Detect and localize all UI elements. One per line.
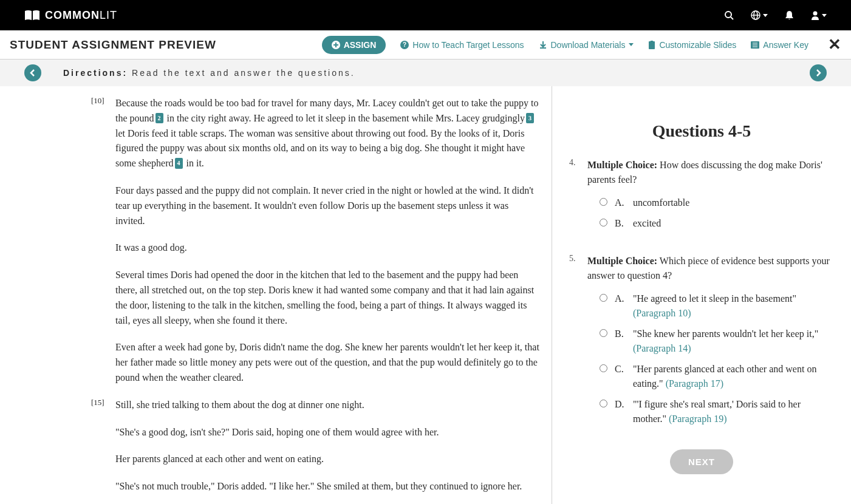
next-button[interactable] [810,64,827,81]
paragraph: It was a good dog. [115,240,539,256]
search-icon[interactable] [724,10,734,20]
questions-heading: Questions 4-5 [569,121,834,141]
radio-input[interactable] [600,329,607,337]
option[interactable]: B."She knew her parents wouldn't let her… [600,327,834,356]
paragraph-text: Her parents glanced at each other and we… [115,452,539,467]
assign-button[interactable]: ASSIGN [322,36,386,54]
paragraph-link[interactable]: (Paragraph 17) [666,378,724,389]
radio-input[interactable] [600,198,607,206]
footnote-marker[interactable]: 3 [526,113,534,124]
directions-bar: Directions: Read the text and answer the… [0,60,851,86]
paragraph: "She's a good dog, isn't she?" Doris sai… [115,425,539,440]
option[interactable]: C."Her parents glanced at each other and… [600,362,834,391]
option[interactable]: D."'I figure she's real smart,' Doris sa… [600,397,834,426]
page-title: STUDENT ASSIGNMENT PREVIEW [10,38,216,52]
close-icon[interactable]: ✕ [828,35,841,54]
paragraph-text: Four days passed and the puppy did not c… [115,183,539,228]
toolbar-right: ASSIGN ? How to Teach Target Lessons Dow… [322,35,841,54]
question-body: Multiple Choice: How does discussing the… [587,158,834,237]
plus-circle-icon [332,41,340,49]
paragraph-text: Even after a week had gone by, Doris did… [115,340,539,385]
svg-point-5 [813,11,818,15]
radio-input[interactable] [600,219,607,226]
svg-rect-11 [649,41,655,49]
question-prompt: Multiple Choice: How does discussing the… [587,158,834,187]
toolbar: STUDENT ASSIGNMENT PREVIEW ASSIGN ? How … [0,30,851,60]
option[interactable]: A.uncomfortable [600,196,834,210]
paragraph: [10] Because the roads would be too bad … [115,96,539,171]
radio-input[interactable] [600,294,607,302]
paragraph-text: Because the roads would be too bad for t… [115,96,539,171]
option[interactable]: B.excited [600,216,834,231]
customizable-slides-link[interactable]: Customizable Slides [648,40,736,50]
prev-button[interactable] [24,64,41,81]
footnote-marker[interactable]: 2 [156,113,163,124]
radio-input[interactable] [600,400,607,407]
option[interactable]: A."He agreed to let it sleep in the base… [600,291,834,321]
paragraph-number: [10] [91,96,104,106]
logo[interactable]: COMMONLIT [24,9,117,22]
download-icon [539,41,547,49]
paragraph: Four days passed and the puppy did not c… [115,183,539,228]
how-to-teach-link[interactable]: ? How to Teach Target Lessons [400,40,524,50]
paragraph: "She's not much trouble," Doris added. "… [115,479,539,494]
svg-point-0 [725,12,731,18]
paragraph: [15] Still, she tried talking to them ab… [115,398,539,413]
question: 5. Multiple Choice: Which piece of evide… [569,254,834,432]
next-questions-button[interactable]: NEXT [670,449,733,474]
paragraph-link[interactable]: (Paragraph 14) [633,343,691,353]
reading-panel: [10] Because the roads would be too bad … [0,86,552,504]
help-circle-icon: ? [400,41,409,49]
paragraph-text: "She's a good dog, isn't she?" Doris sai… [115,425,539,440]
paragraph-text: It was a good dog. [115,240,539,256]
paragraph: Even after a week had gone by, Doris did… [115,340,539,385]
paragraph-text: Still, she tried talking to them about t… [115,398,539,413]
top-nav: COMMONLIT [0,0,851,30]
clipboard-icon [648,41,655,49]
top-nav-right [724,10,827,20]
bell-icon[interactable] [785,10,794,20]
questions-panel: Questions 4-5 4. Multiple Choice: How do… [552,86,851,504]
question-number: 5. [569,254,579,432]
svg-text:?: ? [403,41,406,48]
svg-line-1 [731,17,733,19]
question-prompt: Multiple Choice: Which piece of evidence… [587,254,834,283]
language-icon[interactable] [751,10,768,20]
radio-input[interactable] [600,364,607,372]
paragraph-text: "She's not much trouble," Doris added. "… [115,479,539,494]
book-icon [24,10,40,21]
paragraph-text: Several times Doris had opened the door … [115,268,539,328]
paragraph-link[interactable]: (Paragraph 19) [669,414,727,424]
paragraph: Several times Doris had opened the door … [115,268,539,328]
question-number: 4. [569,158,579,237]
paragraph: Her parents glanced at each other and we… [115,452,539,467]
download-materials-link[interactable]: Download Materials [539,40,634,50]
main-content: [10] Because the roads would be too bad … [0,86,851,504]
paragraph-number: [15] [91,398,104,407]
footnote-marker[interactable]: 4 [175,158,183,169]
caret-down-icon [629,43,634,46]
logo-text: COMMONLIT [45,9,117,22]
paragraph-link[interactable]: (Paragraph 10) [633,308,691,318]
question-body: Multiple Choice: Which piece of evidence… [587,254,834,432]
user-icon[interactable] [811,11,827,20]
answer-key-link[interactable]: Answer Key [751,40,808,50]
list-icon [751,41,759,49]
directions-text: Directions: Read the text and answer the… [63,68,355,78]
svg-rect-12 [651,41,653,42]
question: 4. Multiple Choice: How does discussing … [569,158,834,237]
